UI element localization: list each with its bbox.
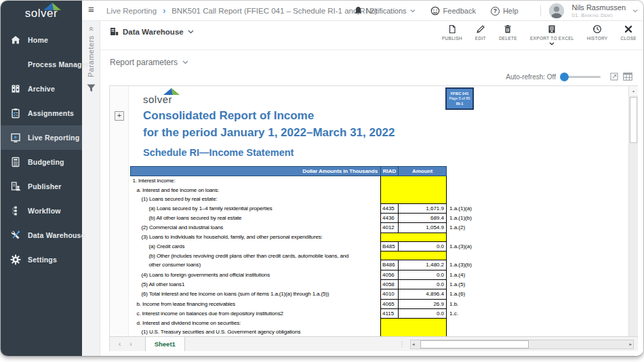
report-viewer: + solver FFIEC 041 Page 5 of 85 RI-1 Con…	[109, 85, 638, 351]
sheet-next-icon[interactable]: ›	[129, 340, 132, 348]
hamburger-icon[interactable]: ≡	[88, 3, 94, 15]
help-button[interactable]: ? Help	[491, 7, 519, 16]
amount-input-cell[interactable]	[381, 176, 447, 203]
amount-cell[interactable]: 0.0	[399, 241, 447, 251]
amount-cell[interactable]: 4,896.4	[399, 289, 447, 299]
breadcrumb-section[interactable]: Live Reporting	[106, 7, 157, 15]
action-label: DELETE	[499, 36, 517, 41]
horizontal-scrollbar[interactable]: ◂ ▸	[410, 340, 634, 349]
sidebar-item-assignments[interactable]: Assignments	[1, 101, 82, 125]
horizontal-scrollbar-thumb[interactable]	[420, 340, 529, 348]
solver-logo[interactable]: solver	[1, 1, 82, 22]
sheet-splitter-handle[interactable]: ⋮	[399, 340, 405, 348]
feedback-button[interactable]: Feedback	[430, 6, 476, 16]
user-name: Nils Rasmussen	[572, 4, 626, 12]
report-parameters-toggle[interactable]: Report parameters	[110, 58, 188, 67]
filter-icon	[87, 84, 96, 92]
row-label: a. Interest and fee income on loans:	[131, 186, 381, 195]
report-canvas: + solver FFIEC 041 Page 5 of 85 RI-1 Con…	[110, 86, 638, 336]
grid-view-icon[interactable]	[623, 73, 632, 81]
riad-code-cell: 4436	[381, 213, 399, 222]
main-content: Data Warehouse PUBLISH EDIT DELETE EXPOR…	[100, 21, 643, 356]
data-source-select[interactable]: Data Warehouse	[110, 27, 194, 36]
sidebar-item-label: Budgeting	[28, 158, 64, 166]
item-ref: 1.a.(2)	[447, 223, 500, 233]
item-ref	[447, 233, 500, 241]
report-table-row: b. Income from lease financing receivabl…	[131, 299, 500, 308]
amount-cell[interactable]: 26.9	[399, 299, 447, 308]
notifications-button[interactable]: Notifications	[354, 6, 416, 16]
amount-cell[interactable]: 689.4	[399, 213, 447, 222]
sidebar-item-home[interactable]: Home	[1, 28, 82, 52]
sidebar-item-data-warehouse[interactable]: Data Warehouse	[1, 223, 82, 247]
sidebar-item-publisher[interactable]: Publisher	[1, 174, 82, 199]
row-label: 1. Interest income:	[131, 176, 381, 186]
sidebar-item-label: Data Warehouse	[28, 231, 85, 239]
feedback-label: Feedback	[443, 7, 476, 15]
scroll-right-icon[interactable]: ▸	[629, 340, 632, 348]
history-button[interactable]: HISTORY	[587, 24, 608, 41]
ffiec-page-tag: FFIEC 041 Page 5 of 85 RI-1	[445, 87, 474, 110]
outline-expand-button[interactable]: +	[115, 111, 124, 121]
amount-cell[interactable]: 1,671.9	[399, 203, 447, 213]
report-table-row: (4) Loans to foreign governments and off…	[131, 270, 500, 279]
parameters-panel-title: Parameters »	[86, 26, 96, 77]
amount-cell[interactable]: 1,480.2	[399, 260, 447, 270]
sidebar-item-process-manager[interactable]: Process Manager	[1, 52, 82, 77]
item-ref	[447, 195, 500, 203]
item-ref	[447, 186, 500, 195]
auto-refresh-slider[interactable]	[561, 76, 601, 78]
delete-button[interactable]: DELETE	[499, 24, 517, 41]
sidebar-item-workflow[interactable]: Workflow	[1, 199, 82, 223]
edit-icon	[476, 24, 485, 34]
vertical-scrollbar-thumb[interactable]	[630, 97, 637, 143]
sidebar-item-settings[interactable]: Settings	[1, 247, 82, 272]
chevron-down-icon	[632, 9, 638, 13]
user-tenant: 01. Banking Demo	[572, 13, 626, 18]
amount-input-cell[interactable]	[381, 252, 447, 260]
ffiec-page-number: Page 5 of 85	[449, 96, 470, 101]
sidebar-item-archive[interactable]: Archive	[1, 77, 82, 101]
amount-cell[interactable]: 0.0	[399, 308, 447, 318]
sheet-prev-icon[interactable]: ‹	[119, 340, 121, 348]
open-in-window-icon[interactable]	[610, 73, 618, 81]
bell-icon	[354, 6, 363, 16]
amount-input-cell[interactable]	[381, 233, 447, 241]
amount-cell[interactable]: 1,054.9	[399, 223, 447, 233]
riad-code-cell: 4058	[381, 280, 399, 289]
report-actions: PUBLISH EDIT DELETE EXPORT TO EXCEL HIST…	[429, 24, 637, 45]
riad-code-cell: 4115	[381, 308, 399, 318]
parameters-panel-collapsed[interactable]: Parameters »	[82, 21, 100, 356]
vertical-scrollbar[interactable]: ▲	[628, 86, 638, 336]
report-table-row: (2) Commercial and industrial loans40121…	[131, 223, 500, 233]
live-reporting-icon	[9, 132, 21, 144]
sidebar-item-live-reporting[interactable]: Live Reporting	[1, 125, 82, 150]
item-ref: 1.a.(5)	[447, 280, 500, 289]
sheet-tab-sheet1[interactable]: Sheet1	[145, 337, 185, 351]
sidebar-item-label: Live Reporting	[28, 134, 79, 142]
sidebar-nav: Home Process Manager Archive Assignments	[1, 28, 82, 272]
export-to-excel-button[interactable]: EXPORT TO EXCEL	[530, 24, 574, 45]
close-button[interactable]: CLOSE	[620, 24, 637, 41]
amount-input-cell[interactable]	[381, 319, 447, 336]
topbar: ≡ Live Reporting › BNK501 Call Report (F…	[82, 1, 643, 21]
scroll-left-icon[interactable]: ◂	[412, 340, 415, 348]
ffiec-form-number: FFIEC 041	[451, 92, 469, 96]
solver-logo-triangle-icon	[43, 3, 61, 10]
close-icon	[624, 24, 633, 34]
amount-cell[interactable]: 0.0	[399, 270, 447, 279]
riad-code-cell: B486	[381, 260, 399, 270]
riad-code-cell: 4012	[381, 223, 399, 233]
item-ref: 1.a.(1)(a)	[447, 203, 500, 213]
publish-button[interactable]: PUBLISH	[442, 24, 462, 41]
scroll-up-icon[interactable]: ▲	[629, 86, 638, 96]
report-table-row: 1. Interest income:	[131, 176, 500, 186]
auto-refresh-knob[interactable]	[560, 73, 569, 81]
sidebar-item-budgeting[interactable]: Budgeting	[1, 150, 82, 174]
report-logo-text: solver	[143, 94, 172, 105]
question-glyph: ?	[494, 7, 497, 14]
user-menu[interactable]: Nils Rasmussen 01. Banking Demo	[549, 3, 638, 18]
edit-button[interactable]: EDIT	[475, 24, 486, 41]
report-table-row: (b) Other (includes revolving credit pla…	[131, 252, 500, 260]
amount-cell[interactable]: 0.0	[399, 280, 447, 289]
